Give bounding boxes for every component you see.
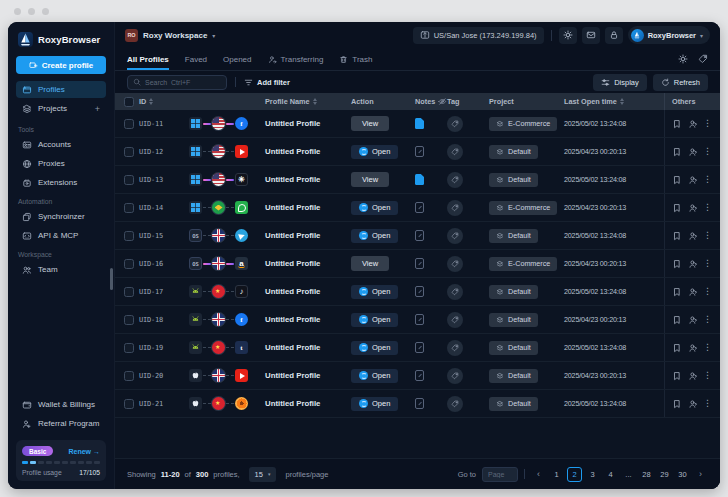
row-menu-icon[interactable]: ⋮ <box>703 175 712 184</box>
project-badge[interactable]: Default <box>489 369 538 383</box>
note-outline-icon[interactable] <box>415 286 424 297</box>
project-badge[interactable]: Default <box>489 229 538 243</box>
window-dot[interactable] <box>28 8 35 15</box>
share-user-icon[interactable] <box>688 371 698 381</box>
share-user-icon[interactable] <box>688 119 698 129</box>
sidebar-item-extensions[interactable]: Extensions <box>16 174 106 191</box>
bookmark-icon[interactable] <box>672 119 682 129</box>
window-controls[interactable] <box>14 8 49 15</box>
row-menu-icon[interactable]: ⋮ <box>703 203 712 212</box>
settings-button[interactable] <box>559 27 577 44</box>
tab-all-profiles[interactable]: All Profiles <box>127 48 169 70</box>
project-badge[interactable]: Default <box>489 341 538 355</box>
project-badge[interactable]: E-Commerce <box>489 117 557 131</box>
page-3-button[interactable]: 3 <box>585 467 600 482</box>
bookmark-icon[interactable] <box>672 259 682 269</box>
share-user-icon[interactable] <box>688 231 698 241</box>
page-2-button[interactable]: 2 <box>567 467 582 482</box>
row-menu-icon[interactable]: ⋮ <box>703 259 712 268</box>
table-row[interactable]: UID-15OSUntitled ProfileOpenDefault2025/… <box>115 222 720 250</box>
table-row[interactable]: UID-14Untitled ProfileOpenE-Commerce2025… <box>115 194 720 222</box>
project-badge[interactable]: E-Commerce <box>489 201 557 215</box>
open-button[interactable]: Open <box>351 313 398 327</box>
project-badge[interactable]: Default <box>489 145 538 159</box>
create-profile-button[interactable]: Create profile <box>16 56 106 74</box>
row-checkbox[interactable] <box>124 259 134 269</box>
row-checkbox[interactable] <box>124 343 134 353</box>
sidebar-item-synchroinzer[interactable]: Synchroinzer <box>16 208 106 225</box>
bookmark-icon[interactable] <box>672 175 682 185</box>
row-menu-icon[interactable]: ⋮ <box>703 399 712 408</box>
project-badge[interactable]: Default <box>489 313 538 327</box>
view-button[interactable]: View <box>351 116 389 131</box>
bookmark-icon[interactable] <box>672 147 682 157</box>
share-user-icon[interactable] <box>688 315 698 325</box>
table-row[interactable]: UID-11fUntitled ProfileViewE-Commerce202… <box>115 110 720 138</box>
bookmark-icon[interactable] <box>672 371 682 381</box>
open-button[interactable]: Open <box>351 285 398 299</box>
note-outline-icon[interactable] <box>415 230 424 241</box>
lock-button[interactable] <box>605 27 623 44</box>
bookmark-icon[interactable] <box>672 287 682 297</box>
open-button[interactable]: Open <box>351 145 398 159</box>
column-last-open-time[interactable]: Last Open time <box>564 97 664 106</box>
tab-trash[interactable]: Trash <box>339 48 372 70</box>
note-outline-icon[interactable] <box>415 398 424 409</box>
open-button[interactable]: Open <box>351 229 398 243</box>
table-row[interactable]: UID-17♪Untitled ProfileOpenDefault2025/0… <box>115 278 720 306</box>
table-row[interactable]: UID-13✳Untitled ProfileViewDefault2025/0… <box>115 166 720 194</box>
project-badge[interactable]: Default <box>489 173 538 187</box>
renew-link[interactable]: Renew→ <box>68 448 100 455</box>
table-row[interactable]: UID-16OSaUntitled ProfileViewE-Commerce2… <box>115 250 720 278</box>
sidebar-item-wallet-billings[interactable]: Wallet & Billings <box>16 396 106 413</box>
sidebar-item-team[interactable]: Team <box>16 261 106 278</box>
add-filter-button[interactable]: Add filter <box>244 78 290 87</box>
tag-button[interactable] <box>447 340 463 356</box>
column-id[interactable]: ID <box>139 97 189 106</box>
table-row[interactable]: UID-19tUntitled ProfileOpenDefault2025/0… <box>115 334 720 362</box>
note-outline-icon[interactable] <box>415 202 424 213</box>
messages-button[interactable] <box>582 27 600 44</box>
bookmark-icon[interactable] <box>672 315 682 325</box>
row-checkbox[interactable] <box>124 399 134 409</box>
page-ellipsis[interactable]: ... <box>621 467 636 482</box>
row-menu-icon[interactable]: ⋮ <box>703 371 712 380</box>
gear-icon[interactable] <box>678 54 688 64</box>
eye-off-icon[interactable] <box>438 97 447 106</box>
share-user-icon[interactable] <box>688 399 698 409</box>
note-outline-icon[interactable] <box>415 258 424 269</box>
view-button[interactable]: View <box>351 256 389 271</box>
share-user-icon[interactable] <box>688 287 698 297</box>
row-menu-icon[interactable]: ⋮ <box>703 231 712 240</box>
row-checkbox[interactable] <box>124 119 134 129</box>
project-badge[interactable]: Default <box>489 397 538 411</box>
bookmark-icon[interactable] <box>672 203 682 213</box>
share-user-icon[interactable] <box>688 175 698 185</box>
account-menu[interactable]: RoxyBrowser ▾ <box>628 26 710 44</box>
row-menu-icon[interactable]: ⋮ <box>703 287 712 296</box>
bookmark-icon[interactable] <box>672 399 682 409</box>
project-badge[interactable]: Default <box>489 285 538 299</box>
next-page-button[interactable]: › <box>693 467 708 482</box>
sidebar-item-referral-program[interactable]: Referral Program <box>16 415 106 432</box>
row-checkbox[interactable] <box>124 287 134 297</box>
refresh-button[interactable]: Refresh <box>653 74 708 91</box>
share-user-icon[interactable] <box>688 343 698 353</box>
bookmark-icon[interactable] <box>672 231 682 241</box>
tab-faved[interactable]: Faved <box>185 48 207 70</box>
page-4-button[interactable]: 4 <box>603 467 618 482</box>
sidebar-item-proxies[interactable]: Proxies <box>16 155 106 172</box>
row-checkbox[interactable] <box>124 203 134 213</box>
sidebar-item-profiles[interactable]: Profiles <box>16 81 106 98</box>
share-user-icon[interactable] <box>688 259 698 269</box>
tab-opened[interactable]: Opened <box>223 48 251 70</box>
row-menu-icon[interactable]: ⋮ <box>703 147 712 156</box>
workspace-selector[interactable]: RO Roxy Workspace ▾ <box>125 29 215 42</box>
row-checkbox[interactable] <box>124 371 134 381</box>
tag-button[interactable] <box>447 200 463 216</box>
sidebar-item-accounts[interactable]: Accounts <box>16 136 106 153</box>
sidebar-item-projects[interactable]: Projects+ <box>16 100 106 117</box>
tag-button[interactable] <box>447 396 463 412</box>
tag-button[interactable] <box>447 368 463 384</box>
goto-page-input[interactable] <box>482 467 518 482</box>
